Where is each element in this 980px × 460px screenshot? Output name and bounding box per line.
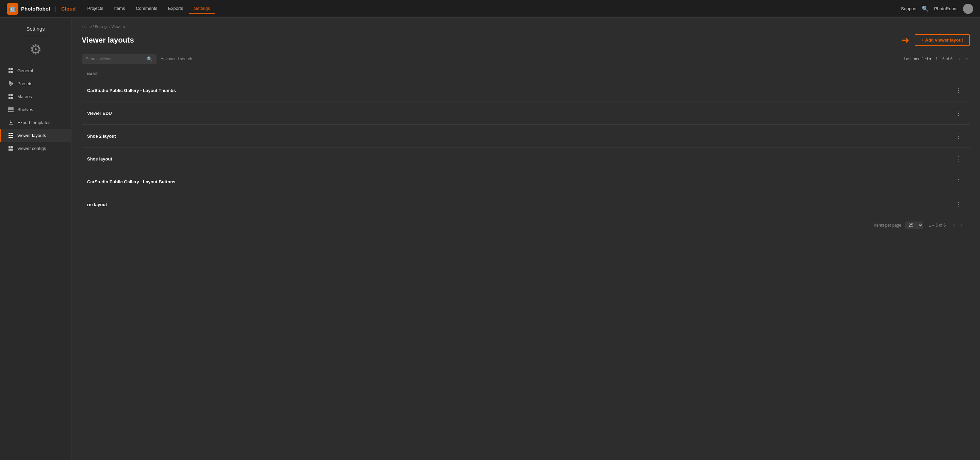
settings-gear-icon: ⚙ [5, 42, 66, 57]
sort-label[interactable]: Last modified ▾ [904, 57, 931, 61]
sort-arrow-icon: ▾ [929, 57, 931, 61]
breadcrumb-home[interactable]: Home [82, 24, 92, 29]
viewer-configs-label: Viewer configs [18, 146, 46, 151]
nav-items[interactable]: Items [109, 4, 130, 14]
svg-rect-20 [8, 135, 11, 136]
prev-page-button-bottom[interactable]: ‹ [951, 222, 957, 229]
search-icon: 🔍 [147, 56, 153, 62]
user-avatar[interactable] [963, 4, 973, 14]
svg-rect-21 [11, 135, 13, 136]
pagination-buttons-top: ‹ › [956, 55, 970, 63]
prev-page-button-top[interactable]: ‹ [956, 55, 962, 63]
table-row[interactable]: CarStudio Public Gallery - Layout Thumbs… [82, 79, 970, 102]
table-row[interactable]: rm layout ⋮ [82, 193, 970, 216]
per-page-select[interactable]: 25 50 100 [905, 222, 923, 229]
brand-name: PhotoRobot [21, 6, 50, 11]
username-label[interactable]: PhotoRobot [934, 6, 958, 11]
search-bar: 🔍 Advanced search Last modified ▾ 1 – 6 … [82, 54, 970, 64]
shelves-icon [8, 106, 14, 112]
items-per-page: Items per page: 25 50 100 [874, 222, 923, 229]
svg-rect-2 [8, 71, 11, 73]
svg-rect-12 [8, 97, 11, 99]
viewer-layouts-icon [8, 132, 14, 138]
svg-rect-11 [11, 94, 13, 96]
row-name-1: Viewer EDU [87, 111, 953, 116]
more-options-icon-0[interactable]: ⋮ [953, 85, 964, 96]
logo-area[interactable]: 🤖 PhotoRobot | Cloud [7, 3, 76, 14]
macros-label: Macros [18, 94, 32, 99]
sidebar-item-viewer-configs[interactable]: Viewer configs [0, 142, 71, 155]
items-per-page-label: Items per page: [874, 223, 902, 228]
row-name-2: Shoe 2 layout [87, 134, 953, 139]
sidebar-header: Settings ⚙ [0, 23, 71, 64]
pagination-info-top: 1 – 6 of 6 [935, 57, 953, 61]
sidebar-item-shelves[interactable]: Shelves [0, 103, 71, 116]
svg-rect-14 [8, 108, 13, 109]
nav-exports[interactable]: Exports [163, 4, 188, 14]
more-options-icon-5[interactable]: ⋮ [953, 199, 964, 209]
sort-controls: Last modified ▾ 1 – 6 of 6 ‹ › [904, 55, 970, 63]
viewer-layouts-table: Name CarStudio Public Gallery - Layout T… [82, 69, 970, 216]
more-options-icon-3[interactable]: ⋮ [953, 154, 964, 164]
page-title: Viewer layouts [82, 36, 134, 45]
presets-icon [8, 80, 14, 86]
next-page-button-bottom[interactable]: › [959, 222, 964, 229]
export-templates-icon [8, 119, 14, 125]
sidebar-divider [25, 36, 46, 36]
table-row[interactable]: Shoe layout ⋮ [82, 147, 970, 170]
sidebar-item-macros[interactable]: Macros [0, 90, 71, 103]
more-options-icon-4[interactable]: ⋮ [953, 177, 964, 187]
sidebar-item-viewer-layouts[interactable]: Viewer layouts [0, 129, 71, 142]
nav-right: Support 🔍 PhotoRobot [901, 4, 973, 14]
svg-rect-10 [8, 94, 11, 96]
breadcrumb: Home / Settings / Viewers [82, 24, 970, 29]
svg-rect-1 [11, 68, 13, 70]
logo-icon: 🤖 [7, 3, 18, 14]
top-navigation: 🤖 PhotoRobot | Cloud Projects Items Comm… [0, 0, 980, 18]
table-row[interactable]: Viewer EDU ⋮ [82, 102, 970, 125]
svg-rect-24 [11, 146, 13, 148]
sidebar-title: Settings [5, 26, 66, 32]
more-options-icon-1[interactable]: ⋮ [953, 108, 964, 118]
sidebar: Settings ⚙ General Presets Macr [0, 18, 72, 460]
export-templates-label: Export templates [18, 120, 51, 125]
main-content: Home / Settings / Viewers Viewer layouts… [72, 18, 980, 460]
page-header: Viewer layouts ➜ + Add viewer layout [82, 34, 970, 46]
sidebar-item-general[interactable]: General [0, 64, 71, 77]
global-search-icon[interactable]: 🔍 [922, 5, 929, 12]
sidebar-item-export-templates[interactable]: Export templates [0, 116, 71, 129]
cloud-label: Cloud [61, 6, 76, 11]
svg-point-8 [11, 83, 13, 84]
svg-rect-18 [8, 133, 11, 134]
pagination-buttons-bottom: ‹ › [951, 222, 964, 229]
table-row[interactable]: Shoe 2 layout ⋮ [82, 125, 970, 147]
svg-point-9 [10, 84, 11, 86]
table-row[interactable]: CarStudio Public Gallery - Layout Button… [82, 170, 970, 193]
row-actions-3: ⋮ [953, 154, 964, 164]
viewer-layouts-label: Viewer layouts [18, 133, 46, 138]
nav-settings[interactable]: Settings [189, 4, 215, 14]
add-viewer-layout-button[interactable]: + Add viewer layout [915, 34, 970, 46]
breadcrumb-viewers[interactable]: Viewers [111, 24, 124, 29]
breadcrumb-settings[interactable]: Settings [95, 24, 108, 29]
row-name-0: CarStudio Public Gallery - Layout Thumbs [87, 88, 953, 93]
nav-projects[interactable]: Projects [82, 4, 108, 14]
svg-rect-22 [8, 137, 13, 138]
logo-divider: | [55, 6, 56, 12]
search-input[interactable] [86, 57, 144, 61]
sidebar-item-presets[interactable]: Presets [0, 77, 71, 90]
svg-point-7 [9, 81, 11, 83]
advanced-search-link[interactable]: Advanced search [161, 57, 192, 61]
nav-comments[interactable]: Comments [131, 4, 162, 14]
svg-rect-19 [11, 133, 13, 134]
row-actions-4: ⋮ [953, 177, 964, 187]
more-options-icon-2[interactable]: ⋮ [953, 131, 964, 141]
table-header: Name [82, 69, 970, 79]
svg-rect-25 [8, 149, 13, 151]
svg-rect-16 [8, 111, 13, 112]
row-actions-5: ⋮ [953, 199, 964, 209]
support-link[interactable]: Support [901, 6, 917, 11]
row-actions-1: ⋮ [953, 108, 964, 118]
general-icon [8, 67, 14, 73]
next-page-button-top[interactable]: › [964, 55, 970, 63]
